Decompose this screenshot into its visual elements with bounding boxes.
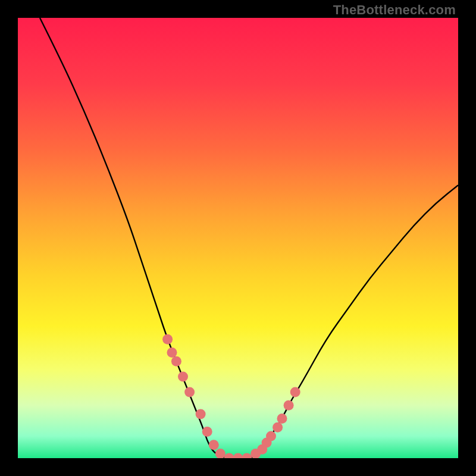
marker-dot [162, 334, 173, 345]
outer-frame: TheBottleneck.com [0, 0, 476, 476]
marker-dot [178, 372, 188, 382]
marker-dot [202, 427, 212, 437]
marker-dot [196, 409, 206, 419]
marker-dot [167, 347, 177, 358]
chart-background [18, 18, 458, 458]
marker-dot [277, 414, 287, 424]
marker-dot [209, 440, 219, 450]
marker-dot [266, 431, 276, 441]
marker-dot [273, 422, 283, 433]
marker-dot [284, 400, 294, 411]
marker-dot [184, 387, 195, 397]
chart-svg [18, 18, 458, 458]
watermark-text: TheBottleneck.com [333, 2, 456, 18]
chart-area [18, 18, 458, 458]
marker-dot [171, 356, 181, 367]
marker-dot [290, 387, 300, 397]
